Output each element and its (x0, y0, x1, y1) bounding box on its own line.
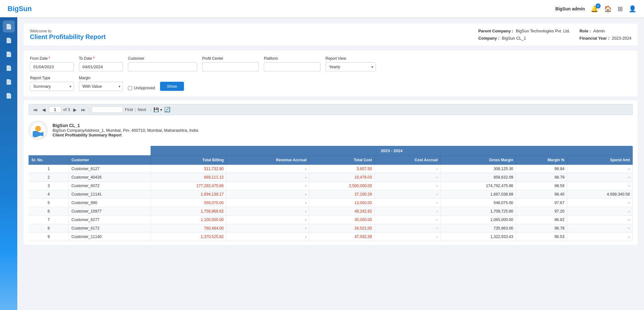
home-icon[interactable]: 🏠 (604, 5, 612, 13)
cell-spend-amt: - (567, 199, 632, 207)
cell-gross-margin: 858,632.09 (441, 173, 516, 182)
from-date-input[interactable] (30, 62, 74, 71)
meta-group-role: Role : Admin Financial Year : 2023-2024 (580, 29, 631, 41)
from-date-label: From Date * (30, 56, 74, 61)
col-total-cost: Total Cost (309, 156, 375, 165)
table-body: 1 Customer_6127 311,732.80 - 3,607.50 - … (29, 165, 633, 241)
cell-customer: Customer_40426 (69, 173, 151, 182)
column-header-row: Sr. No. Customer Total Billing Revenue A… (29, 156, 633, 165)
show-button-group: Show (160, 82, 184, 91)
cell-total-billing: 1,694,139.17 (151, 190, 226, 199)
cell-cost-accrual: - (375, 173, 440, 182)
cell-spend-amt: - (567, 165, 632, 173)
customer-group: Customer (128, 56, 197, 71)
role-label: Role : (580, 29, 591, 33)
sidebar-item-4[interactable]: 📄 (3, 62, 15, 74)
col-margin-pct: Margin % (516, 156, 567, 165)
unapproved-label: UnApproved (134, 86, 155, 90)
cell-gross-margin: 1,322,933.43 (441, 233, 516, 241)
report-type-label: Report Type (30, 76, 74, 80)
table-row: 1 Customer_6127 311,732.80 - 3,607.50 - … (29, 165, 633, 173)
refresh-button[interactable]: 🔄 (164, 107, 170, 113)
data-table-wrapper: 2023 - 2024 Sr. No. Customer Total Billi… (29, 146, 633, 241)
platform-label: Platform (264, 56, 320, 61)
cell-sr: 6 (29, 207, 69, 216)
profit-center-label: Profit Center (202, 56, 259, 61)
from-date-group: From Date * (30, 56, 74, 71)
cell-customer: Customer_11140 (69, 233, 151, 241)
sidebar-item-2[interactable]: 📄 (3, 34, 15, 46)
cell-revenue-accrual: - (226, 165, 309, 173)
welcome-text: Welcome to (30, 29, 106, 33)
sidebar-item-3[interactable]: 📄 (3, 48, 15, 60)
page-number-input[interactable] (49, 106, 61, 113)
cell-customer: Customer_10977 (69, 207, 151, 216)
cell-spend-amt: - (567, 233, 632, 241)
meta-role: Role : Admin (580, 29, 631, 33)
last-page-button[interactable]: ⏭ (80, 107, 87, 113)
platform-input[interactable] (264, 62, 320, 71)
col-gross-margin: Gross Margin (441, 156, 516, 165)
cell-total-cost: 27,100.29 (309, 190, 375, 199)
cell-sr: 9 (29, 233, 69, 241)
export-button[interactable]: 💾 ▾ (153, 107, 162, 112)
customer-label: Customer (128, 56, 197, 61)
sidebar-item-1[interactable]: 📄 (3, 20, 15, 32)
cell-spend-amt: - (567, 207, 632, 216)
notification-badge: 0 (596, 3, 601, 8)
show-button[interactable]: Show (160, 82, 184, 91)
cell-customer: Customer_6172 (69, 224, 151, 233)
cell-spend-amt: - (567, 173, 632, 182)
cell-customer: Customer_11141 (69, 190, 151, 199)
find-input[interactable] (92, 106, 123, 113)
customer-input[interactable] (128, 62, 197, 71)
margin-select[interactable]: With Value Without Value (79, 82, 123, 91)
report-view-select[interactable]: Yearly Monthly Quarterly (325, 62, 376, 71)
cell-sr: 4 (29, 190, 69, 199)
table-row: 5 Customer_990 559,075.00 - 13,000.00 - … (29, 199, 633, 207)
sidebar-item-5[interactable]: 📄 (3, 76, 15, 88)
cell-total-billing: 559,075.00 (151, 199, 226, 207)
table-row: 2 Customer_40426 869,111.12 - 10,479.03 … (29, 173, 633, 182)
to-date-input[interactable] (79, 62, 123, 71)
cell-total-cost: 47,592.39 (309, 233, 375, 241)
table-row: 3 Customer_6072 177,292,475.86 - 2,500,0… (29, 182, 633, 190)
meta-group-company: Parent Company : BigSun Technologies Pvt… (478, 29, 570, 41)
cell-gross-margin: 174,792,475.86 (441, 182, 516, 190)
to-date-group: To Date * (79, 56, 123, 71)
cell-margin-pct: 98.79 (516, 173, 567, 182)
admin-name: BigSun admin (555, 6, 585, 11)
cell-customer: Customer_6127 (69, 165, 151, 173)
cell-revenue-accrual: - (226, 173, 309, 182)
profit-center-input[interactable] (202, 62, 259, 71)
col-sr: Sr. No. (29, 156, 69, 165)
header-meta: Parent Company : BigSun Technologies Pvt… (478, 29, 631, 41)
report-type-select-wrapper: Summary Detailed (30, 82, 74, 91)
margin-select-wrapper: With Value Without Value (79, 82, 123, 91)
prev-page-button[interactable]: ◀ (41, 107, 47, 113)
cell-total-cost: 35,000.00 (309, 216, 375, 224)
grid-icon[interactable]: ⊞ (618, 5, 623, 13)
unapproved-checkbox[interactable] (128, 86, 132, 90)
notification-bell[interactable]: 🔔 0 (591, 5, 598, 13)
col-total-billing: Total Billing (151, 156, 226, 165)
user-icon[interactable]: 👤 (629, 5, 636, 13)
first-page-button[interactable]: ⏮ (32, 107, 39, 113)
next-page-button[interactable]: ▶ (72, 107, 78, 113)
cell-total-cost: 2,500,000.00 (309, 182, 375, 190)
cell-spend-amt: - (567, 182, 632, 190)
cell-gross-margin: 1,709,725.80 (441, 207, 516, 216)
cell-total-billing: 1,100,000.00 (151, 216, 226, 224)
company-label: Company : (478, 36, 499, 41)
sidebar-item-6[interactable]: 📄 (3, 90, 15, 102)
cell-sr: 1 (29, 165, 69, 173)
cell-revenue-accrual: - (226, 207, 309, 216)
cell-total-billing: 760,484.00 (151, 224, 226, 233)
pagination-bar: ⏮ ◀ of 3 ▶ ⏭ | Find | Next | 💾 ▾ 🔄 (29, 104, 633, 115)
cell-total-billing: 311,732.80 (151, 165, 226, 173)
cell-margin-pct: 98.84 (516, 165, 567, 173)
report-company-name: BigSun CL_1 (53, 123, 198, 128)
report-type-select[interactable]: Summary Detailed (30, 82, 74, 91)
margin-label: Margin (79, 76, 123, 80)
cell-sr: 7 (29, 216, 69, 224)
